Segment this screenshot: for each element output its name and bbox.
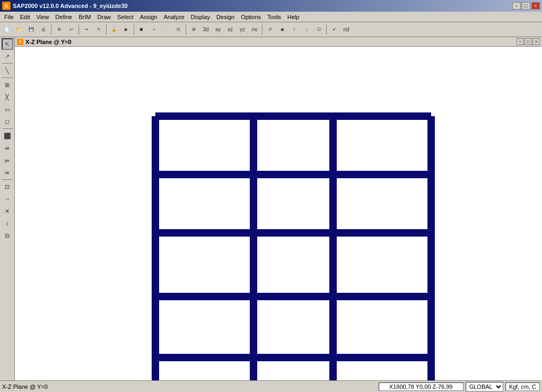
menu-draw[interactable]: Draw	[94, 13, 114, 21]
toolbar-lock-button[interactable]: 🔒	[108, 24, 120, 36]
toolbar-up-button[interactable]: ↑	[289, 24, 300, 36]
menu-assign[interactable]: Assign	[137, 13, 161, 21]
toolbar-extrude-button[interactable]: ◉	[276, 24, 288, 36]
viewport-container: S X-Z Plane @ Y=0 − □ × X	[15, 37, 542, 380]
menu-analyze[interactable]: Analyze	[161, 13, 188, 21]
toolbar-zoomall-button[interactable]: ⊞	[188, 24, 199, 36]
toolbar-new-button[interactable]: 📄	[1, 24, 13, 36]
toolbar-save-button[interactable]: 💾	[25, 24, 37, 36]
close-button[interactable]: ×	[531, 2, 540, 10]
toolbar-separator	[78, 24, 79, 35]
toolbar-down-button[interactable]: ↓	[301, 24, 312, 36]
left-toolbar-draw-rect[interactable]: ▭	[2, 103, 13, 115]
svg-rect-5	[155, 112, 431, 120]
left-toolbar-move[interactable]: ⊡	[2, 181, 13, 193]
left-toolbar-resize-tool[interactable]: ↕	[2, 217, 13, 229]
title-bar: S SAP2000 v12.0.0 Advanced - 9_eyiüzde30…	[0, 0, 542, 12]
menu-select[interactable]: Select	[114, 13, 137, 21]
toolbar-separator	[2, 77, 13, 78]
menu-options[interactable]: Options	[238, 13, 264, 21]
toolbar-xy-button[interactable]: xy	[212, 24, 224, 36]
svg-rect-7	[155, 229, 431, 237]
menu-bar: FileEditViewDefineBrIMDrawSelectAssignAn…	[0, 12, 542, 22]
toolbar-undo-button[interactable]: ↩	[65, 24, 77, 36]
toolbar-nd-button[interactable]: nd	[340, 24, 352, 36]
menu-file[interactable]: File	[1, 13, 17, 21]
viewport-controls: − □ ×	[517, 38, 540, 45]
left-toolbar-select[interactable]: ↖	[2, 38, 13, 50]
left-toolbar-draw-grid[interactable]: ⊞	[2, 79, 13, 91]
toolbar-zoomfit-button[interactable]: ⊡	[172, 24, 184, 36]
viewport-minimize[interactable]: −	[517, 38, 524, 45]
left-toolbar-point-select[interactable]: ps	[2, 154, 13, 166]
toolbar-separator	[2, 63, 13, 64]
toolbar-xz-button[interactable]: xz	[224, 24, 236, 36]
toolbar-stop-button[interactable]: ⏹	[136, 24, 147, 36]
toolbar-run-button[interactable]: ▶	[120, 24, 132, 36]
minimize-button[interactable]: −	[512, 2, 521, 10]
menu-edit[interactable]: Edit	[17, 13, 33, 21]
toolbar-separator	[262, 24, 263, 35]
toolbar-props-button[interactable]: ⚙	[53, 24, 65, 36]
svg-rect-4	[427, 116, 435, 380]
title-bar-left: S SAP2000 v12.0.0 Advanced - 9_eyiüzde30	[2, 2, 128, 10]
status-units: Kgf, cm, C	[505, 382, 540, 391]
toolbar-verify-button[interactable]: ✔	[328, 24, 340, 36]
toolbar-yz-button[interactable]: yz	[237, 24, 248, 36]
left-toolbar-draw-3d[interactable]: ⬛	[2, 130, 13, 142]
canvas[interactable]: X	[15, 47, 542, 380]
svg-rect-3	[329, 116, 337, 380]
left-toolbar-draw-shell[interactable]: ◻	[2, 116, 13, 127]
title-bar-text: SAP2000 v12.0.0 Advanced - 9_eyiüzde30	[13, 3, 128, 9]
left-toolbar-clear[interactable]: clr	[2, 167, 13, 178]
viewport-icon: S	[17, 39, 23, 45]
toolbar-zoomout-button[interactable]: -	[160, 24, 172, 36]
left-toolbar-insert-tool[interactable]: ⊟	[2, 230, 13, 241]
toolbar-separator	[2, 179, 13, 180]
toolbar-zoomin-button[interactable]: +	[148, 24, 160, 36]
menu-design[interactable]: Design	[213, 13, 238, 21]
structure-drawing: X	[15, 47, 542, 380]
viewport-maximize[interactable]: □	[524, 38, 532, 45]
toolbar-redo-button[interactable]: ↪	[81, 24, 92, 36]
title-bar-controls: − □ ×	[512, 2, 540, 10]
status-system: GLOBALLOCAL	[466, 382, 503, 391]
status-bar: X-Z Plane @ Y=0 X1800,78 Y0,00 Z-76,99 G…	[0, 380, 542, 392]
toolbar-separator	[186, 24, 186, 35]
svg-rect-9	[155, 354, 431, 361]
menu-display[interactable]: Display	[188, 13, 213, 21]
toolbar-separator	[134, 24, 134, 35]
toolbar: 📄📂💾🖨⚙↩↪✎🔒▶⏹+-⊡⊞3dxyxzyznv↺◉↑↓☑✔nd	[0, 22, 542, 37]
svg-rect-6	[155, 171, 431, 178]
toolbar-open-button[interactable]: 📂	[13, 24, 25, 36]
left-toolbar-draw-cross[interactable]: ╳	[2, 91, 13, 103]
menu-help[interactable]: Help	[284, 13, 303, 21]
toolbar-reset-button[interactable]: ↺	[264, 24, 276, 36]
toolbar-edit-button[interactable]: ✎	[93, 24, 104, 36]
viewport-title: X-Z Plane @ Y=0	[25, 39, 72, 45]
left-toolbar-delete-tool[interactable]: ✕	[2, 205, 13, 217]
svg-rect-8	[155, 293, 431, 300]
left-toolbar-draw-line[interactable]: ╲	[2, 65, 13, 76]
left-toolbar-arrow-tool[interactable]: →	[2, 193, 13, 205]
left-toolbar-select-all[interactable]: all	[2, 142, 13, 154]
toolbar-print-button[interactable]: 🖨	[38, 24, 49, 36]
left-toolbar: ↖↗╲⊞╳▭◻⬛allpsclr⊡→✕↕⊟	[0, 37, 15, 380]
menu-tools[interactable]: Tools	[264, 13, 284, 21]
menu-view[interactable]: View	[33, 13, 53, 21]
viewport-titlebar-left: S X-Z Plane @ Y=0	[17, 39, 72, 45]
svg-rect-2	[250, 116, 257, 380]
menu-brim[interactable]: BrIM	[75, 13, 94, 21]
toolbar-check-button[interactable]: ☑	[313, 24, 325, 36]
maximize-button[interactable]: □	[522, 2, 530, 10]
toolbar-3d-button[interactable]: 3d	[200, 24, 212, 36]
coordinate-system-select[interactable]: GLOBALLOCAL	[466, 382, 503, 391]
svg-rect-1	[152, 116, 159, 380]
menu-define[interactable]: Define	[52, 13, 75, 21]
status-text: X-Z Plane @ Y=0	[2, 384, 377, 390]
viewport-close[interactable]: ×	[532, 38, 540, 45]
left-toolbar-pointer[interactable]: ↗	[2, 50, 13, 62]
toolbar-nv-button[interactable]: nv	[249, 24, 260, 36]
toolbar-separator	[106, 24, 107, 35]
toolbar-separator	[326, 24, 327, 35]
